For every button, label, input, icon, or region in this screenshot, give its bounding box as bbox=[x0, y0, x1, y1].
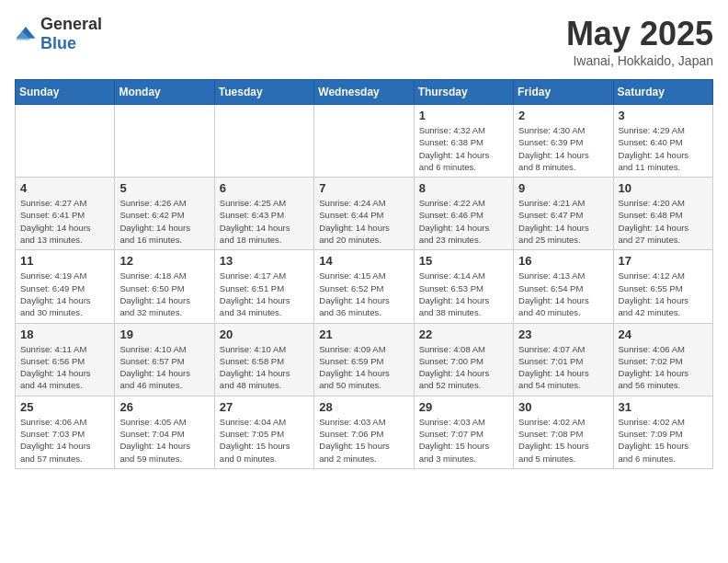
day-info: Sunrise: 4:22 AM Sunset: 6:46 PM Dayligh… bbox=[419, 197, 508, 246]
day-info: Sunrise: 4:27 AM Sunset: 6:41 PM Dayligh… bbox=[20, 197, 109, 246]
calendar-table: SundayMondayTuesdayWednesdayThursdayFrid… bbox=[15, 79, 713, 469]
day-info: Sunrise: 4:30 AM Sunset: 6:39 PM Dayligh… bbox=[518, 124, 608, 173]
calendar-cell: 9Sunrise: 4:21 AM Sunset: 6:47 PM Daylig… bbox=[514, 178, 613, 250]
calendar-cell: 30Sunrise: 4:02 AM Sunset: 7:08 PM Dayli… bbox=[514, 396, 613, 468]
day-info: Sunrise: 4:02 AM Sunset: 7:09 PM Dayligh… bbox=[619, 416, 708, 465]
calendar-cell: 20Sunrise: 4:10 AM Sunset: 6:58 PM Dayli… bbox=[214, 323, 313, 396]
weekday-header: Thursday bbox=[414, 80, 513, 105]
calendar-week-row: 25Sunrise: 4:06 AM Sunset: 7:03 PM Dayli… bbox=[16, 396, 713, 468]
calendar-cell: 3Sunrise: 4:29 AM Sunset: 6:40 PM Daylig… bbox=[613, 105, 712, 178]
day-info: Sunrise: 4:09 AM Sunset: 6:59 PM Dayligh… bbox=[319, 343, 408, 392]
day-info: Sunrise: 4:04 AM Sunset: 7:05 PM Dayligh… bbox=[220, 416, 309, 465]
calendar-cell: 28Sunrise: 4:03 AM Sunset: 7:06 PM Dayli… bbox=[314, 396, 414, 468]
calendar-cell: 27Sunrise: 4:04 AM Sunset: 7:05 PM Dayli… bbox=[214, 396, 313, 468]
day-number: 24 bbox=[619, 327, 708, 341]
calendar-cell: 16Sunrise: 4:13 AM Sunset: 6:54 PM Dayli… bbox=[514, 250, 613, 323]
calendar-cell: 8Sunrise: 4:22 AM Sunset: 6:46 PM Daylig… bbox=[414, 178, 513, 250]
day-info: Sunrise: 4:24 AM Sunset: 6:44 PM Dayligh… bbox=[319, 197, 408, 246]
calendar-cell: 15Sunrise: 4:14 AM Sunset: 6:53 PM Dayli… bbox=[414, 250, 513, 323]
weekday-header: Wednesday bbox=[314, 80, 414, 105]
calendar-cell bbox=[214, 105, 313, 178]
logo-blue: Blue bbox=[40, 34, 76, 52]
calendar-cell: 6Sunrise: 4:25 AM Sunset: 6:43 PM Daylig… bbox=[214, 178, 313, 250]
day-number: 10 bbox=[619, 181, 708, 195]
day-number: 31 bbox=[619, 400, 708, 414]
calendar-cell: 14Sunrise: 4:15 AM Sunset: 6:52 PM Dayli… bbox=[314, 250, 414, 323]
day-number: 12 bbox=[119, 254, 209, 268]
weekday-header: Monday bbox=[115, 80, 214, 105]
logo: General Blue bbox=[15, 15, 102, 53]
day-info: Sunrise: 4:03 AM Sunset: 7:07 PM Dayligh… bbox=[419, 416, 508, 465]
day-number: 13 bbox=[220, 254, 309, 268]
day-number: 22 bbox=[419, 327, 508, 341]
calendar-cell: 2Sunrise: 4:30 AM Sunset: 6:39 PM Daylig… bbox=[514, 105, 613, 178]
day-info: Sunrise: 4:07 AM Sunset: 7:01 PM Dayligh… bbox=[518, 343, 608, 392]
day-number: 26 bbox=[119, 400, 209, 414]
day-info: Sunrise: 4:21 AM Sunset: 6:47 PM Dayligh… bbox=[518, 197, 608, 246]
day-number: 21 bbox=[319, 327, 408, 341]
day-number: 3 bbox=[619, 109, 708, 122]
calendar-cell: 19Sunrise: 4:10 AM Sunset: 6:57 PM Dayli… bbox=[115, 323, 214, 396]
day-number: 8 bbox=[419, 181, 508, 195]
weekday-header: Friday bbox=[514, 80, 613, 105]
calendar-cell: 11Sunrise: 4:19 AM Sunset: 6:49 PM Dayli… bbox=[16, 250, 115, 323]
title-block: May 2025 Iwanai, Hokkaido, Japan bbox=[566, 15, 713, 68]
day-number: 23 bbox=[518, 327, 608, 341]
weekday-header: Saturday bbox=[613, 80, 712, 105]
day-number: 30 bbox=[518, 400, 608, 414]
weekday-header: Sunday bbox=[16, 80, 115, 105]
calendar-week-row: 18Sunrise: 4:11 AM Sunset: 6:56 PM Dayli… bbox=[16, 323, 713, 396]
calendar-cell: 18Sunrise: 4:11 AM Sunset: 6:56 PM Dayli… bbox=[16, 323, 115, 396]
calendar-cell: 1Sunrise: 4:32 AM Sunset: 6:38 PM Daylig… bbox=[414, 105, 513, 178]
calendar-week-row: 1Sunrise: 4:32 AM Sunset: 6:38 PM Daylig… bbox=[16, 105, 713, 178]
page-header: General Blue May 2025 Iwanai, Hokkaido, … bbox=[15, 15, 713, 68]
day-number: 14 bbox=[319, 254, 408, 268]
day-number: 11 bbox=[20, 254, 109, 268]
calendar-cell: 10Sunrise: 4:20 AM Sunset: 6:48 PM Dayli… bbox=[613, 178, 712, 250]
day-info: Sunrise: 4:06 AM Sunset: 7:02 PM Dayligh… bbox=[619, 343, 708, 392]
day-info: Sunrise: 4:06 AM Sunset: 7:03 PM Dayligh… bbox=[20, 416, 109, 465]
day-info: Sunrise: 4:26 AM Sunset: 6:42 PM Dayligh… bbox=[119, 197, 209, 246]
day-number: 27 bbox=[220, 400, 309, 414]
calendar-cell: 26Sunrise: 4:05 AM Sunset: 7:04 PM Dayli… bbox=[115, 396, 214, 468]
day-number: 18 bbox=[20, 327, 109, 341]
calendar-week-row: 4Sunrise: 4:27 AM Sunset: 6:41 PM Daylig… bbox=[16, 178, 713, 250]
calendar-week-row: 11Sunrise: 4:19 AM Sunset: 6:49 PM Dayli… bbox=[16, 250, 713, 323]
calendar-cell: 25Sunrise: 4:06 AM Sunset: 7:03 PM Dayli… bbox=[16, 396, 115, 468]
weekday-header: Tuesday bbox=[214, 80, 313, 105]
calendar-cell: 22Sunrise: 4:08 AM Sunset: 7:00 PM Dayli… bbox=[414, 323, 513, 396]
month-title: May 2025 bbox=[566, 15, 713, 53]
day-number: 4 bbox=[20, 181, 109, 195]
calendar-cell: 17Sunrise: 4:12 AM Sunset: 6:55 PM Dayli… bbox=[613, 250, 712, 323]
day-number: 5 bbox=[119, 181, 209, 195]
logo-icon bbox=[15, 25, 37, 43]
day-info: Sunrise: 4:13 AM Sunset: 6:54 PM Dayligh… bbox=[518, 270, 608, 318]
day-info: Sunrise: 4:10 AM Sunset: 6:58 PM Dayligh… bbox=[220, 343, 309, 392]
day-number: 19 bbox=[119, 327, 209, 341]
location: Iwanai, Hokkaido, Japan bbox=[566, 53, 713, 68]
day-info: Sunrise: 4:32 AM Sunset: 6:38 PM Dayligh… bbox=[419, 124, 508, 173]
day-number: 28 bbox=[319, 400, 408, 414]
calendar-header-row: SundayMondayTuesdayWednesdayThursdayFrid… bbox=[16, 80, 713, 105]
day-info: Sunrise: 4:05 AM Sunset: 7:04 PM Dayligh… bbox=[119, 416, 209, 465]
day-number: 2 bbox=[518, 109, 608, 122]
calendar-cell: 24Sunrise: 4:06 AM Sunset: 7:02 PM Dayli… bbox=[613, 323, 712, 396]
day-info: Sunrise: 4:11 AM Sunset: 6:56 PM Dayligh… bbox=[20, 343, 109, 392]
day-number: 20 bbox=[220, 327, 309, 341]
day-info: Sunrise: 4:18 AM Sunset: 6:50 PM Dayligh… bbox=[119, 270, 209, 318]
day-number: 6 bbox=[220, 181, 309, 195]
calendar-cell: 4Sunrise: 4:27 AM Sunset: 6:41 PM Daylig… bbox=[16, 178, 115, 250]
calendar-cell: 5Sunrise: 4:26 AM Sunset: 6:42 PM Daylig… bbox=[115, 178, 214, 250]
calendar-cell: 29Sunrise: 4:03 AM Sunset: 7:07 PM Dayli… bbox=[414, 396, 513, 468]
day-number: 25 bbox=[20, 400, 109, 414]
calendar-cell bbox=[314, 105, 414, 178]
day-info: Sunrise: 4:15 AM Sunset: 6:52 PM Dayligh… bbox=[319, 270, 408, 318]
day-info: Sunrise: 4:17 AM Sunset: 6:51 PM Dayligh… bbox=[220, 270, 309, 318]
day-number: 17 bbox=[619, 254, 708, 268]
day-number: 9 bbox=[518, 181, 608, 195]
calendar-cell bbox=[115, 105, 214, 178]
day-number: 15 bbox=[419, 254, 508, 268]
day-info: Sunrise: 4:12 AM Sunset: 6:55 PM Dayligh… bbox=[619, 270, 708, 318]
day-info: Sunrise: 4:19 AM Sunset: 6:49 PM Dayligh… bbox=[20, 270, 109, 318]
calendar-cell: 31Sunrise: 4:02 AM Sunset: 7:09 PM Dayli… bbox=[613, 396, 712, 468]
